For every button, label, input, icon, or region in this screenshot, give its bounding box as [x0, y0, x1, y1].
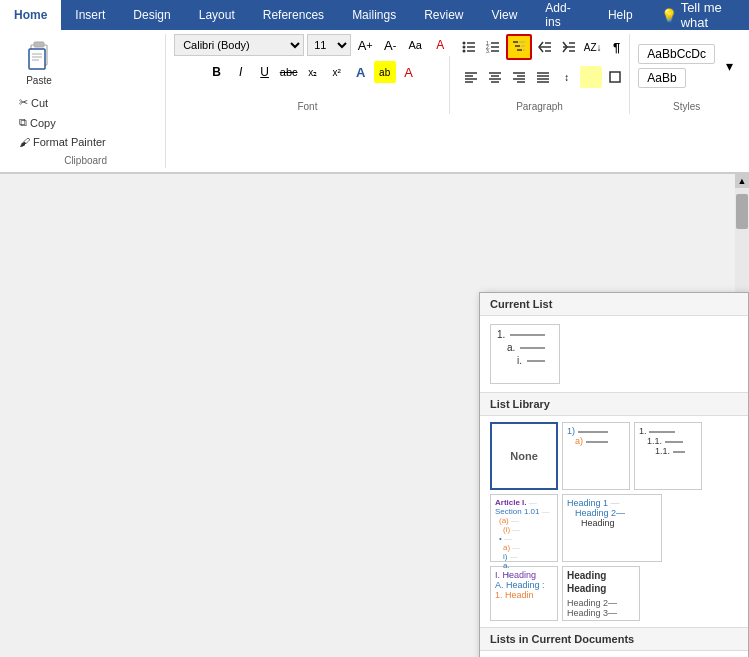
sort-button[interactable]: AZ↓ — [582, 36, 604, 58]
align-left-button[interactable] — [460, 66, 482, 88]
no-spacing-style[interactable]: AaBb — [638, 68, 685, 88]
font-row-2: B I U abc x₂ x² A ab A — [206, 61, 420, 83]
bold-button[interactable]: B — [206, 61, 228, 83]
tell-me-area[interactable]: 💡 Tell me what — [647, 0, 749, 30]
multilevel-list-button[interactable] — [506, 34, 532, 60]
align-center-button[interactable] — [484, 66, 506, 88]
copy-icon: ⧉ — [19, 116, 27, 129]
tab-help[interactable]: Help — [594, 0, 647, 30]
list-library-area: None 1) a) 1. 1.1. 1.1. Article I. — Sec… — [480, 416, 748, 628]
tab-references[interactable]: References — [249, 0, 338, 30]
line-spacing-button[interactable]: ↕ — [556, 66, 578, 88]
paren-a-label: (a) — — [495, 516, 553, 525]
align-right-button[interactable] — [508, 66, 530, 88]
scroll-up-button[interactable]: ▲ — [735, 174, 749, 188]
library-grid: None 1) a) 1. 1.1. 1.1. Article I. — Sec… — [490, 422, 738, 562]
right-h1: Heading 1 — — [567, 498, 657, 508]
clear-formatting-button[interactable]: A — [429, 34, 451, 56]
current-list-roman1: i. — [497, 355, 553, 366]
tab-right-area: 💡 Tell me what — [647, 0, 749, 30]
format-painter-button[interactable]: 🖌 Format Painter — [14, 133, 111, 151]
none-list-item[interactable]: None — [490, 422, 558, 490]
tell-me-text: Tell me what — [681, 0, 735, 30]
font-name-select[interactable]: Calibri (Body) — [174, 34, 304, 56]
format-painter-icon: 🖌 — [19, 136, 30, 148]
clipboard-group-content: Paste ✂ Cut ⧉ Copy 🖌 Format Painter — [14, 34, 157, 151]
copy-button[interactable]: ⧉ Copy — [14, 113, 111, 132]
superscript-button[interactable]: x² — [326, 61, 348, 83]
tab-review[interactable]: Review — [410, 0, 477, 30]
heading9-label: i. — — [495, 570, 553, 579]
justify-button[interactable] — [532, 66, 554, 88]
tab-layout[interactable]: Layout — [185, 0, 249, 30]
numbered-list-item-1[interactable]: 1) a) — [562, 422, 630, 490]
clipboard-label: Clipboard — [14, 151, 157, 168]
paste-button[interactable]: Paste — [14, 34, 64, 91]
subscript-button[interactable]: x₂ — [302, 61, 324, 83]
svg-text:3.: 3. — [486, 48, 490, 54]
list-library-title: List Library — [480, 393, 748, 416]
num-heading-label: 1. Headin — [495, 590, 553, 600]
tab-design[interactable]: Design — [119, 0, 184, 30]
shading-button[interactable] — [580, 66, 602, 88]
tab-insert[interactable]: Insert — [61, 0, 119, 30]
font-shade-button[interactable]: A — [398, 61, 420, 83]
outline-list-item-1[interactable]: 1. 1.1. 1.1. — [634, 422, 702, 490]
underline-button[interactable]: U — [254, 61, 276, 83]
styles-more-button[interactable]: ▾ — [724, 55, 735, 77]
right-heading-list-item[interactable]: Heading 1 — Heading 2— Heading — [562, 494, 662, 562]
roman-i-label: (i) — — [495, 525, 553, 534]
lower-a-label: a) — — [495, 543, 553, 552]
tab-view[interactable]: View — [478, 0, 532, 30]
article-heading-list-item[interactable]: Article I. — Section 1.01 — (a) — (i) — … — [490, 494, 558, 562]
tab-home[interactable]: Home — [0, 0, 61, 30]
font-color-button[interactable]: A — [350, 61, 372, 83]
font-group: Calibri (Body) 11 A+ A- Aa A B I U abc x… — [166, 34, 450, 114]
none-label: None — [510, 450, 538, 462]
current-docs-title: Lists in Current Documents — [480, 628, 748, 651]
right-h3: Heading — [581, 518, 657, 528]
current-list-num1: 1. — [497, 329, 553, 340]
increase-indent-button[interactable] — [558, 36, 580, 58]
decrease-indent-button[interactable] — [534, 36, 556, 58]
svg-point-8 — [462, 46, 465, 49]
styles-label: Styles — [638, 97, 735, 114]
tab-mailings[interactable]: Mailings — [338, 0, 410, 30]
increase-font-button[interactable]: A+ — [354, 34, 376, 56]
styles-group-content: AaBbCcDc AaBb ▾ — [638, 34, 735, 97]
numbered-list-button[interactable]: 1.2.3. — [482, 36, 504, 58]
heading-center-panel[interactable]: Heading Heading Heading 2— Heading 3— — [562, 566, 640, 621]
font-size-select[interactable]: 11 — [307, 34, 351, 56]
paragraph-label: Paragraph — [458, 97, 622, 114]
paragraph-group-content: 1.2.3. — [458, 34, 628, 97]
bullets-button[interactable] — [458, 36, 480, 58]
svg-point-6 — [462, 42, 465, 45]
normal-style[interactable]: AaBbCcDc — [638, 44, 715, 64]
change-case-button[interactable]: Aa — [404, 34, 426, 56]
scrollbar-thumb[interactable] — [736, 194, 748, 229]
decrease-font-button[interactable]: A- — [379, 34, 401, 56]
paragraph-group: 1.2.3. — [450, 34, 631, 114]
current-list-area: 1. a. i. — [480, 316, 748, 393]
current-list-preview[interactable]: 1. a. i. — [490, 324, 560, 384]
svg-rect-2 — [29, 49, 45, 69]
current-list-title: Current List — [480, 293, 748, 316]
lightbulb-icon: 💡 — [661, 8, 677, 23]
text-highlight-button[interactable]: ab — [374, 61, 396, 83]
multilevel-list-dropdown: Current List 1. a. i. List Library None … — [479, 292, 749, 657]
heading-line-1: Heading 2— — [567, 598, 635, 608]
scissors-icon: ✂ — [19, 96, 28, 109]
para-row-2: ↕ — [460, 66, 626, 88]
show-hide-button[interactable]: ¶ — [606, 36, 628, 58]
ribbon-content: Paste ✂ Cut ⧉ Copy 🖌 Format Painter — [0, 30, 749, 173]
italic-button[interactable]: I — [230, 61, 252, 83]
borders-button[interactable] — [604, 66, 626, 88]
styles-group: AaBbCcDc AaBb ▾ Styles — [630, 34, 743, 114]
para-row-1: 1.2.3. — [458, 34, 628, 60]
cut-button[interactable]: ✂ Cut — [14, 93, 111, 112]
paste-icon — [23, 39, 55, 75]
current-docs-area: • ○ ▪ — [480, 651, 748, 657]
side-buttons: ✂ Cut ⧉ Copy 🖌 Format Painter — [14, 93, 111, 151]
tab-addins[interactable]: Add-ins — [531, 0, 594, 30]
strikethrough-button[interactable]: abc — [278, 61, 300, 83]
